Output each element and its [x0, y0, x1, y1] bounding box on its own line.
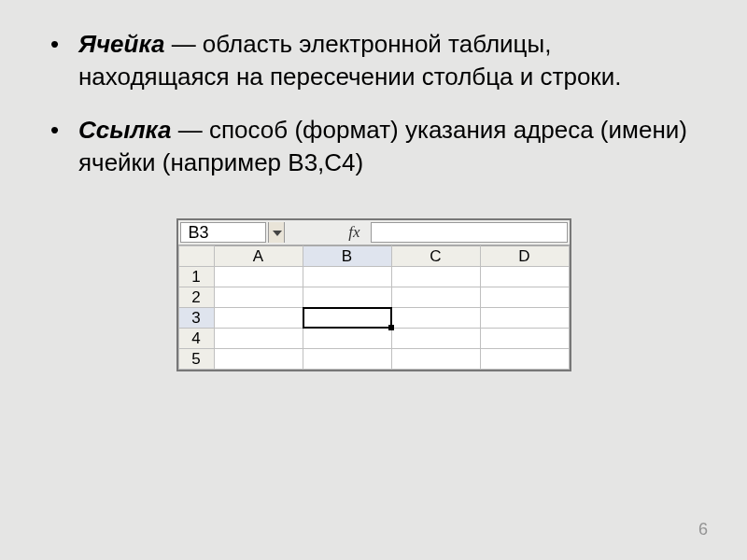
formula-bar-spacer [285, 220, 341, 245]
col-D[interactable]: D [480, 246, 569, 267]
cell-D2[interactable] [480, 287, 569, 308]
cell-D3[interactable] [480, 308, 569, 329]
name-box-dropdown[interactable] [268, 222, 285, 243]
row-4[interactable]: 4 [178, 329, 214, 349]
cell-A3[interactable] [214, 308, 303, 329]
term-cell: Ячейка [78, 30, 164, 58]
row-2[interactable]: 2 [178, 287, 214, 308]
cell-A1[interactable] [214, 267, 303, 287]
cell-D5[interactable] [480, 349, 569, 370]
spreadsheet-figure: B3 fx A B C D 1 2 [176, 218, 571, 371]
cell-grid: A B C D 1 2 3 [178, 245, 570, 370]
page-number: 6 [698, 520, 708, 539]
fx-icon[interactable]: fx [341, 220, 369, 245]
col-B[interactable]: B [303, 246, 391, 267]
select-all-corner[interactable] [178, 246, 214, 267]
term-ref: Ссылка [78, 116, 172, 144]
cell-B2[interactable] [303, 287, 391, 308]
cell-A4[interactable] [214, 329, 303, 349]
cell-C3[interactable] [391, 308, 480, 329]
formula-bar: B3 fx [178, 220, 570, 245]
row-1[interactable]: 1 [178, 267, 214, 287]
row-5[interactable]: 5 [178, 349, 214, 370]
cell-B4[interactable] [303, 329, 391, 349]
bullet-cell-def: Ячейка — область электронной таблицы, на… [47, 28, 700, 93]
col-C[interactable]: C [391, 246, 480, 267]
col-A[interactable]: A [214, 246, 303, 267]
cell-D1[interactable] [480, 267, 569, 287]
cell-A2[interactable] [214, 287, 303, 308]
cell-A5[interactable] [214, 349, 303, 370]
cell-C2[interactable] [391, 287, 480, 308]
formula-input[interactable] [371, 222, 568, 243]
cell-C4[interactable] [391, 329, 480, 349]
cell-B5[interactable] [303, 349, 391, 370]
cell-D4[interactable] [480, 329, 569, 349]
name-box[interactable]: B3 [180, 222, 266, 243]
bullet-ref-def: Ссылка — способ (формат) указания адреса… [47, 114, 700, 179]
cell-B3[interactable] [303, 308, 391, 329]
cell-C1[interactable] [391, 267, 480, 287]
fill-handle[interactable] [388, 325, 394, 330]
row-3[interactable]: 3 [178, 308, 214, 329]
cell-B1[interactable] [303, 267, 391, 287]
cell-C5[interactable] [391, 349, 480, 370]
